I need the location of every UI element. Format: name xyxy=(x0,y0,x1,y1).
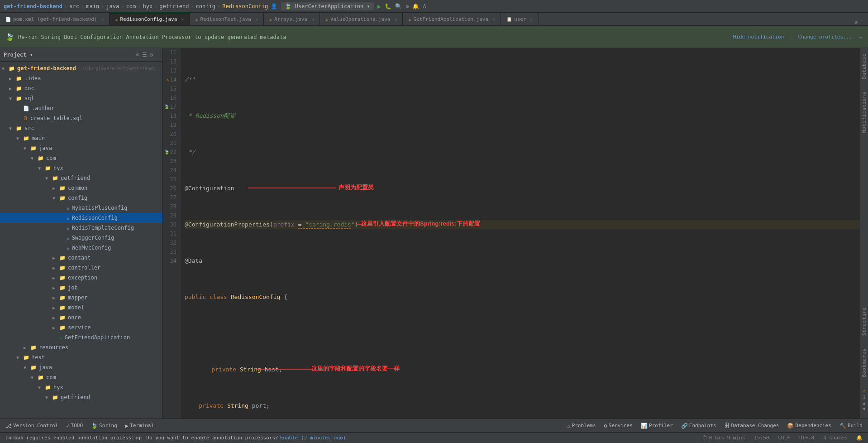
todo-tool[interactable]: ✓ TODO xyxy=(62,420,86,432)
sidebar-actions: ⊕ ☰ ⚙ — xyxy=(136,52,159,58)
tree-test[interactable]: ▼ 📁 test xyxy=(0,352,162,362)
problems-tool[interactable]: ⚠ Problems xyxy=(563,420,599,432)
java-icon: ☕ xyxy=(408,17,411,22)
sidebar-title: Project ▾ xyxy=(4,52,134,58)
code-line-15: @ConfigurationProperties(prefix = "sprin… xyxy=(185,220,860,229)
tab-arrays[interactable]: ☕ Arrays.java ✕ xyxy=(264,13,320,25)
tree-java-test[interactable]: ▼ 📁 java xyxy=(0,362,162,372)
change-profiles-link[interactable]: Change profiles... xyxy=(798,34,852,40)
indent-indicator[interactable]: 4 spaces xyxy=(821,433,849,443)
services-tool[interactable]: ⚙ Services xyxy=(601,420,636,432)
build-tool[interactable]: 🔨 Build xyxy=(836,420,866,432)
status-bar: Lombok requires enabled annotation proce… xyxy=(0,432,868,443)
hide-notification-link[interactable]: Hide notification xyxy=(733,34,784,40)
tree-mybatisplusconfig[interactable]: ▶ ☕ MybatisPlusConfig xyxy=(0,203,162,213)
spring-tool[interactable]: 🍃 Spring xyxy=(87,420,121,432)
tree-getfriend[interactable]: ▼ 📁 getfriend xyxy=(0,173,162,183)
database-changes-tool[interactable]: 🗄 Database Changes xyxy=(720,420,782,432)
tree-src[interactable]: ▼ 📁 src xyxy=(0,123,162,133)
tree-webmvcconfig[interactable]: ▶ ☕ WebMvcConfig xyxy=(0,243,162,253)
search-everywhere-button[interactable]: 🔍 xyxy=(395,3,402,10)
warning-count: 1 xyxy=(863,395,865,400)
notification-count[interactable]: 🔔 xyxy=(854,433,864,443)
tree-once[interactable]: ▶ 📁 once xyxy=(0,313,162,323)
tree-hyx[interactable]: ▼ 📁 hyx xyxy=(0,163,162,173)
sidebar-minimize-icon[interactable]: — xyxy=(156,52,159,58)
settings-button[interactable]: ⚙ xyxy=(405,3,409,10)
warning-icon: ⚠ xyxy=(863,388,866,394)
tab-close[interactable]: ✕ xyxy=(530,17,533,22)
run-button[interactable]: ▶ xyxy=(377,3,381,10)
notification-button[interactable]: 🔔 xyxy=(412,3,419,10)
enable-link[interactable]: Enable (2 minutes ago) xyxy=(280,435,346,441)
tab-redissonconfig[interactable]: ☕ RedissonConfig.java ✕ xyxy=(110,13,190,25)
tab-getfriendapp[interactable]: ☕ GetFriendApplication.java ✕ xyxy=(403,13,501,25)
tab-close[interactable]: ✕ xyxy=(101,17,104,22)
code-container[interactable]: 11 12 13 ⚠14 15 16 🍃17 18 19 20 21 🍃22 2… xyxy=(163,48,860,419)
tab-close[interactable]: ✕ xyxy=(181,17,184,22)
tree-config[interactable]: ▼ 📁 config xyxy=(0,193,162,203)
tree-doc[interactable]: ▶ 📁 doc xyxy=(0,83,162,93)
database-label[interactable]: Database xyxy=(861,52,868,81)
sidebar-layout-icon[interactable]: ☰ xyxy=(142,52,147,58)
tree-job[interactable]: ▶ 📁 job xyxy=(0,283,162,293)
tree-redistemplateconfig[interactable]: ▶ ☕ RedisTemplateConfig xyxy=(0,223,162,233)
warning-down-icon[interactable]: ▼ xyxy=(863,406,865,411)
tree-redissonconfig[interactable]: ▶ ☕ RedissonConfig xyxy=(0,213,162,223)
tree-getfriend-test[interactable]: ▼ 📁 getfriend xyxy=(0,392,162,402)
tree-mapper[interactable]: ▶ 📁 mapper xyxy=(0,293,162,303)
tab-settings-icon[interactable]: ⚙ xyxy=(854,19,858,25)
tab-redissontest[interactable]: ☕ RedissonTest.java ✕ xyxy=(190,13,264,25)
tree-java-main[interactable]: ▼ 📁 java xyxy=(0,143,162,153)
tree-author[interactable]: ▶ 📄 .author xyxy=(0,103,162,113)
tab-close[interactable]: ✕ xyxy=(255,17,258,22)
notification-text: Re-run Spring Boot Configuration Annotat… xyxy=(18,34,730,40)
translate-button[interactable]: A xyxy=(423,3,426,10)
crlf-indicator[interactable]: CRLF xyxy=(776,433,792,443)
structure-label[interactable]: Structure xyxy=(861,305,868,337)
tab-user[interactable]: 📋 user ✕ xyxy=(501,13,539,25)
tree-service[interactable]: ▶ 📁 service xyxy=(0,323,162,332)
tree-common[interactable]: ▶ 📁 common xyxy=(0,183,162,193)
sidebar-settings-icon[interactable]: ⚙ xyxy=(150,52,153,58)
tree-model[interactable]: ▶ 📁 model xyxy=(0,303,162,313)
encoding-indicator[interactable]: UTF-8 xyxy=(797,433,816,443)
warning-up-icon[interactable]: ▲ xyxy=(863,400,865,405)
tree-exception[interactable]: ▶ 📁 exception xyxy=(0,273,162,283)
tree-hyx-test[interactable]: ▼ 📁 hyx xyxy=(0,382,162,392)
line-col-indicator[interactable]: 15:50 xyxy=(752,433,771,443)
debug-button[interactable]: 🐛 xyxy=(385,3,391,10)
user-icon[interactable]: 👤 xyxy=(271,3,277,10)
tab-pom[interactable]: 📄 pom.xml (get-friend-backend) ✕ xyxy=(0,13,110,25)
tree-com-test[interactable]: ▼ 📁 com xyxy=(0,372,162,382)
edit-profiles-icon[interactable]: ✏ xyxy=(859,34,863,40)
tree-getfriendapp[interactable]: ▶ ☕ GetFriendApplication xyxy=(0,332,162,342)
tree-com[interactable]: ▼ 📁 com xyxy=(0,153,162,163)
time-tracker[interactable]: ⏱ 0 hrs 9 mins xyxy=(701,433,747,443)
endpoints-tool[interactable]: 🔗 Endpoints xyxy=(677,420,720,432)
app-selector[interactable]: 🍃 UserCenterApplication ▾ xyxy=(281,2,373,10)
dependencies-tool[interactable]: 📦 Dependencies xyxy=(783,420,835,432)
tree-sql[interactable]: ▼ 📁 sql xyxy=(0,93,162,103)
notifications-label[interactable]: Notifications xyxy=(861,90,868,135)
tree-idea[interactable]: ▶ 📁 .idea xyxy=(0,73,162,83)
project-breadcrumb[interactable]: get-friend-backend xyxy=(4,3,62,10)
tab-valueoperations[interactable]: ☕ ValueOperations.java ✕ xyxy=(320,13,403,25)
tree-contant[interactable]: ▶ 📁 contant xyxy=(0,253,162,263)
tree-swaggerconfig[interactable]: ▶ ☕ SwaggerConfig xyxy=(0,233,162,243)
tree-root[interactable]: ▼ 📁 get-friend-backend E:\OurplayProject… xyxy=(0,63,162,73)
tree-resources[interactable]: ▶ 📁 resources xyxy=(0,342,162,352)
tab-more-icon[interactable]: ⋮ xyxy=(859,19,864,25)
tab-close[interactable]: ✕ xyxy=(492,17,495,22)
tab-close[interactable]: ✕ xyxy=(311,17,314,22)
tree-controller[interactable]: ▶ 📁 controller xyxy=(0,263,162,273)
code-editor[interactable]: /** * Redisson配置 */ @Configuration 声明为配置… xyxy=(181,48,860,419)
terminal-tool[interactable]: ▶ Terminal xyxy=(122,420,157,432)
version-control-tool[interactable]: ⎇ Version Control xyxy=(2,420,62,432)
bookmarks-label[interactable]: Bookmarks xyxy=(861,347,868,379)
sidebar-add-icon[interactable]: ⊕ xyxy=(136,52,139,58)
tree-main[interactable]: ▼ 📁 main xyxy=(0,133,162,143)
profiler-tool[interactable]: 📊 Profiler xyxy=(637,420,677,432)
tab-close[interactable]: ✕ xyxy=(394,17,397,22)
tree-create-table[interactable]: ▶ 🗒 create_table.sql xyxy=(0,113,162,123)
